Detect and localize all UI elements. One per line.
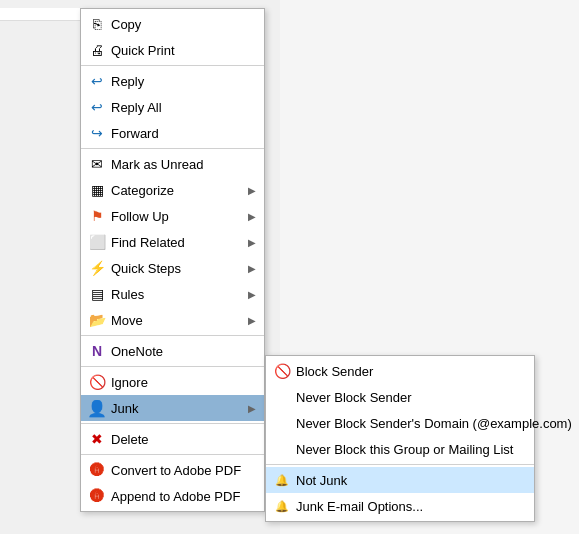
forward-icon: ↪ (87, 124, 107, 142)
append-adobe-icon: 🅐 (87, 487, 107, 505)
submenu-item-not-junk[interactable]: 🔔Not Junk (266, 467, 534, 493)
move-icon: 📂 (87, 311, 107, 329)
junk-submenu: 🚫Block SenderNever Block SenderNever Blo… (265, 355, 535, 522)
convert-adobe-icon: 🅐 (87, 461, 107, 479)
menu-item-copy[interactable]: ⎘Copy (81, 11, 264, 37)
find-related-icon: ⬜ (87, 233, 107, 251)
quick-steps-icon: ⚡ (87, 259, 107, 277)
ignore-label: Ignore (111, 375, 256, 390)
copy-label: Copy (111, 17, 256, 32)
follow-up-arrow: ▶ (248, 211, 256, 222)
move-arrow: ▶ (248, 315, 256, 326)
menu-separator (81, 65, 264, 66)
never-block-domain-icon (272, 414, 292, 432)
follow-up-label: Follow Up (111, 209, 244, 224)
menu-item-reply-all[interactable]: ↩Reply All (81, 94, 264, 120)
onenote-label: OneNote (111, 344, 256, 359)
reply-all-icon: ↩ (87, 98, 107, 116)
menu-item-mark-unread[interactable]: ✉Mark as Unread (81, 151, 264, 177)
delete-icon: ✖ (87, 430, 107, 448)
reply-icon: ↩ (87, 72, 107, 90)
menu-separator (81, 366, 264, 367)
categorize-icon: ▦ (87, 181, 107, 199)
append-adobe-label: Append to Adobe PDF (111, 489, 256, 504)
junk-arrow: ▶ (248, 403, 256, 414)
quick-steps-label: Quick Steps (111, 261, 244, 276)
move-label: Move (111, 313, 244, 328)
never-block-group-icon (272, 440, 292, 458)
mark-unread-icon: ✉ (87, 155, 107, 173)
menu-item-convert-adobe[interactable]: 🅐Convert to Adobe PDF (81, 457, 264, 483)
follow-up-icon: ⚑ (87, 207, 107, 225)
copy-icon: ⎘ (87, 15, 107, 33)
never-block-sender-icon (272, 388, 292, 406)
quick-print-icon: 🖨 (87, 41, 107, 59)
categorize-arrow: ▶ (248, 185, 256, 196)
menu-separator (81, 423, 264, 424)
menu-item-move[interactable]: 📂Move▶ (81, 307, 264, 333)
menu-item-rules[interactable]: ▤Rules▶ (81, 281, 264, 307)
rules-icon: ▤ (87, 285, 107, 303)
never-block-group-label: Never Block this Group or Mailing List (296, 442, 526, 457)
junk-options-label: Junk E-mail Options... (296, 499, 526, 514)
quick-print-label: Quick Print (111, 43, 256, 58)
rules-label: Rules (111, 287, 244, 302)
reply-all-label: Reply All (111, 100, 256, 115)
not-junk-icon: 🔔 (272, 471, 292, 489)
submenu-item-never-block-group[interactable]: Never Block this Group or Mailing List (266, 436, 534, 462)
delete-label: Delete (111, 432, 256, 447)
convert-adobe-label: Convert to Adobe PDF (111, 463, 256, 478)
menu-item-follow-up[interactable]: ⚑Follow Up▶ (81, 203, 264, 229)
junk-label: Junk (111, 401, 244, 416)
context-menu: ⎘Copy🖨Quick Print↩Reply↩Reply All↪Forwar… (80, 8, 265, 512)
menu-separator (81, 335, 264, 336)
ignore-icon: 🚫 (87, 373, 107, 391)
menu-separator (81, 148, 264, 149)
submenu-separator (266, 464, 534, 465)
block-sender-icon: 🚫 (272, 362, 292, 380)
menu-item-forward[interactable]: ↪Forward (81, 120, 264, 146)
menu-item-ignore[interactable]: 🚫Ignore (81, 369, 264, 395)
not-junk-label: Not Junk (296, 473, 526, 488)
never-block-sender-label: Never Block Sender (296, 390, 526, 405)
quick-steps-arrow: ▶ (248, 263, 256, 274)
never-block-domain-label: Never Block Sender's Domain (@example.co… (296, 416, 572, 431)
menu-item-quick-print[interactable]: 🖨Quick Print (81, 37, 264, 63)
junk-options-icon: 🔔 (272, 497, 292, 515)
menu-item-find-related[interactable]: ⬜Find Related▶ (81, 229, 264, 255)
submenu-item-block-sender[interactable]: 🚫Block Sender (266, 358, 534, 384)
submenu-item-junk-options[interactable]: 🔔Junk E-mail Options... (266, 493, 534, 519)
rules-arrow: ▶ (248, 289, 256, 300)
menu-item-delete[interactable]: ✖Delete (81, 426, 264, 452)
mark-unread-label: Mark as Unread (111, 157, 256, 172)
forward-label: Forward (111, 126, 256, 141)
find-related-arrow: ▶ (248, 237, 256, 248)
onenote-icon: N (87, 342, 107, 360)
menu-item-categorize[interactable]: ▦Categorize▶ (81, 177, 264, 203)
menu-item-reply[interactable]: ↩Reply (81, 68, 264, 94)
menu-item-onenote[interactable]: NOneNote (81, 338, 264, 364)
menu-item-quick-steps[interactable]: ⚡Quick Steps▶ (81, 255, 264, 281)
menu-item-append-adobe[interactable]: 🅐Append to Adobe PDF (81, 483, 264, 509)
categorize-label: Categorize (111, 183, 244, 198)
find-related-label: Find Related (111, 235, 244, 250)
submenu-item-never-block-domain[interactable]: Never Block Sender's Domain (@example.co… (266, 410, 534, 436)
menu-item-junk[interactable]: 👤Junk▶ (81, 395, 264, 421)
submenu-item-never-block-sender[interactable]: Never Block Sender (266, 384, 534, 410)
block-sender-label: Block Sender (296, 364, 526, 379)
menu-separator (81, 454, 264, 455)
junk-icon: 👤 (87, 399, 107, 417)
reply-label: Reply (111, 74, 256, 89)
